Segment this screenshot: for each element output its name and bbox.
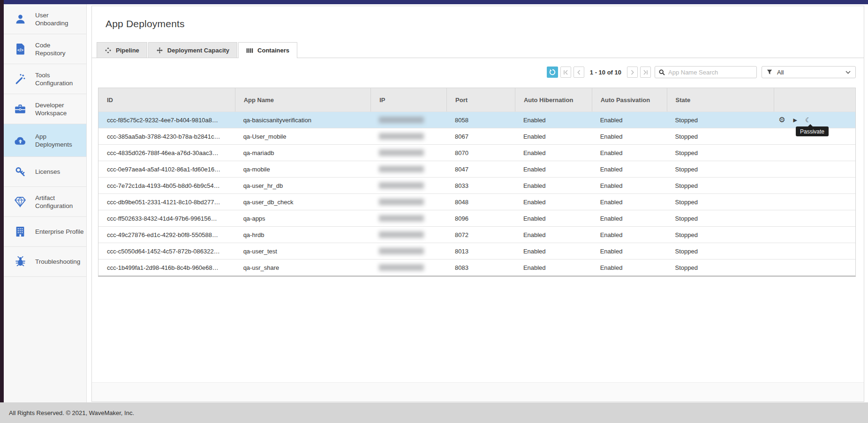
ip-redacted	[379, 117, 424, 123]
sidebar-item-developer-workspace[interactable]: DeveloperWorkspace	[4, 94, 86, 124]
user-icon	[13, 13, 27, 25]
table-row[interactable]: ccc-4835d026-788f-46ea-a76d-30aac3… qa-m…	[98, 144, 855, 161]
previous-page-button[interactable]	[574, 67, 584, 78]
briefcase-icon	[13, 104, 27, 115]
table-row[interactable]: ccc-ff502633-8432-41d4-97b6-996156… qa-a…	[98, 210, 855, 226]
move-icon	[156, 47, 163, 54]
ip-redacted	[379, 231, 424, 238]
sidebar-item-licenses[interactable]: Licenses	[4, 157, 86, 187]
cloud-upload-icon	[13, 135, 27, 146]
column-header-app-name: App Name	[235, 88, 371, 111]
sidebar-item-label: Licenses	[35, 168, 60, 176]
table-toolbar: 1 - 10 of 10 All	[547, 66, 856, 78]
table-row[interactable]: ccc-1b499fa1-2d98-416b-8c4b-960e68… qa-u…	[98, 259, 855, 275]
cell-id: ccc-0e97aea4-a5af-4102-86a1-fd60e16…	[98, 161, 235, 177]
sidebar-item-tools-configuration[interactable]: ToolsConfiguration	[4, 64, 86, 94]
cell-auto-passivation: Enabled	[592, 243, 667, 259]
cell-app-name: qa-user_hr_db	[235, 178, 371, 193]
tab-pipeline[interactable]: Pipeline	[97, 42, 147, 58]
row-actions	[774, 178, 855, 193]
cell-id: ccc-7e72c1da-4193-4b05-b8d0-6b9c54…	[98, 178, 235, 193]
table-row[interactable]: ccc-385aa5ab-3788-4230-b78a-b2841c… qa-U…	[98, 128, 855, 144]
sidebar-item-label: ToolsConfiguration	[35, 71, 73, 87]
cell-auto-passivation: Enabled	[592, 161, 667, 177]
table-row[interactable]: ccc-49c27876-ed1c-4292-b0f8-550588… qa-h…	[98, 226, 855, 243]
cell-auto-hibernation: Enabled	[515, 112, 592, 128]
cell-auto-passivation: Enabled	[592, 178, 667, 193]
cell-auto-passivation: Enabled	[592, 260, 667, 275]
cell-auto-hibernation: Enabled	[515, 243, 592, 259]
cell-app-name: qa-user_test	[235, 243, 371, 259]
sidebar-item-user-onboarding[interactable]: UserOnboarding	[4, 4, 86, 34]
table-row[interactable]: ccc-db9be051-2331-4121-8c10-8bd277… qa-u…	[98, 193, 855, 210]
cell-state: Stopped	[666, 128, 774, 144]
sidebar-item-artifact-configuration[interactable]: ArtifactConfiguration	[4, 187, 86, 217]
start-play-icon[interactable]: ▶	[793, 118, 797, 123]
column-header-auto-hibernation: Auto Hibernation	[515, 88, 592, 111]
bug-icon	[13, 256, 27, 267]
pipeline-icon	[105, 47, 112, 54]
ip-redacted	[379, 133, 424, 140]
cell-auto-hibernation: Enabled	[515, 227, 592, 243]
columns-icon	[246, 47, 253, 54]
cell-ip	[370, 260, 446, 275]
ip-redacted	[379, 149, 424, 156]
sidebar-item-code-repository[interactable]: </> CodeRepository	[4, 34, 86, 64]
diamond-icon	[13, 196, 27, 208]
tab-label: Deployment Capacity	[167, 47, 229, 54]
column-header-ip: IP	[370, 88, 446, 111]
app-window: UserOnboarding </> CodeRepository ToolsC…	[0, 0, 868, 423]
chevron-down-icon	[845, 71, 851, 74]
cell-port: 8083	[446, 260, 515, 275]
settings-gear-icon[interactable]: ⚙	[778, 116, 785, 124]
table-row[interactable]: ccc-c5050d64-1452-4c57-872b-086322… qa-u…	[98, 243, 855, 259]
first-page-button[interactable]	[560, 67, 571, 78]
cell-app-name: qa-basicsanityverification	[235, 112, 371, 128]
ip-redacted	[379, 166, 424, 172]
table-row[interactable]: ccc-7e72c1da-4193-4b05-b8d0-6b9c54… qa-u…	[98, 177, 855, 193]
building-icon	[13, 226, 27, 237]
next-page-button[interactable]	[627, 67, 638, 78]
column-header-state: State	[667, 88, 774, 111]
last-page-button[interactable]	[640, 67, 651, 78]
ip-redacted	[379, 248, 424, 254]
table-row[interactable]: ccc-f85c75c2-9232-4ee7-b404-9810a8… qa-b…	[98, 111, 855, 128]
footer: All Rights Reserved. © 2021, WaveMaker, …	[0, 402, 868, 423]
sidebar-item-enterprise-profile[interactable]: Enterprise Profile	[4, 217, 86, 247]
tab-deployment-capacity[interactable]: Deployment Capacity	[148, 42, 237, 58]
column-header-actions	[774, 88, 855, 111]
column-header-auto-passivation: Auto Passivation	[592, 88, 667, 111]
cell-ip	[370, 243, 446, 259]
search-icon	[659, 69, 665, 75]
refresh-button[interactable]	[547, 67, 558, 78]
cell-ip	[370, 210, 446, 226]
cell-ip	[370, 145, 446, 161]
filter-funnel-icon	[767, 69, 772, 75]
card-bottom-strip	[92, 382, 864, 401]
copyright-text: All Rights Reserved. © 2021, WaveMaker, …	[9, 409, 134, 416]
tooltip-text: Passivate	[800, 128, 824, 135]
cell-state: Stopped	[666, 161, 774, 177]
tab-label: Containers	[257, 47, 289, 54]
content-card: App Deployments Pipeline Deployment Capa…	[91, 6, 864, 402]
cell-state: Stopped	[666, 210, 774, 226]
cell-port: 8096	[446, 210, 515, 226]
sidebar-item-troubleshooting[interactable]: Troubleshooting	[4, 247, 86, 277]
sidebar-item-label: AppDeployments	[35, 133, 72, 148]
cell-port: 8013	[446, 243, 515, 259]
ip-redacted	[379, 264, 424, 271]
table-row[interactable]: ccc-0e97aea4-a5af-4102-86a1-fd60e16… qa-…	[98, 161, 855, 177]
sidebar: UserOnboarding </> CodeRepository ToolsC…	[4, 4, 87, 402]
search-input[interactable]	[668, 69, 753, 76]
sidebar-item-app-deployments[interactable]: AppDeployments	[4, 124, 86, 157]
cell-auto-hibernation: Enabled	[515, 145, 592, 161]
passivate-moon-icon[interactable]: ☾	[805, 117, 811, 123]
cell-auto-passivation: Enabled	[592, 210, 667, 226]
left-edge-strip	[0, 0, 4, 402]
state-filter-select[interactable]: All	[762, 66, 856, 78]
cell-port: 8033	[446, 178, 515, 193]
tab-containers[interactable]: Containers	[238, 42, 297, 58]
column-header-port: Port	[446, 88, 515, 111]
cell-auto-hibernation: Enabled	[515, 194, 592, 210]
svg-text:</>: </>	[17, 48, 23, 52]
